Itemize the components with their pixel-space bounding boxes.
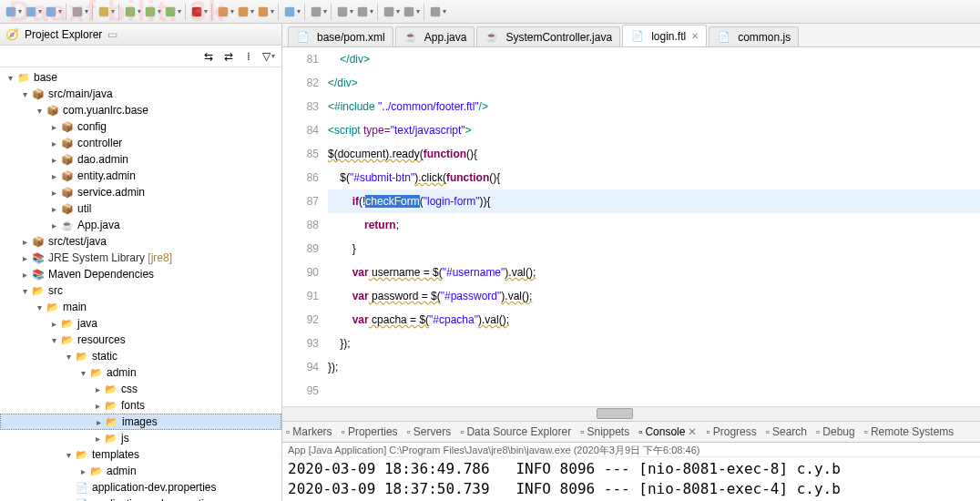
tree-twisty[interactable]: ▾ — [18, 286, 31, 296]
tree-item-admin[interactable]: ▸📂admin — [0, 463, 281, 479]
tree-item-config[interactable]: ▸📦config — [0, 118, 281, 135]
tree-twisty[interactable]: ▸ — [77, 466, 89, 476]
tree-twisty[interactable]: ▾ — [18, 89, 31, 99]
tab-base-pom-xml[interactable]: 📄base/pom.xml — [288, 26, 393, 46]
bottom-tab-console[interactable]: ▫Console ✕ — [638, 425, 697, 438]
line-content[interactable]: </div> — [328, 47, 370, 71]
tree-item-maven-dependencies[interactable]: ▸📚Maven Dependencies — [0, 266, 281, 282]
tree-item-dao-admin[interactable]: ▸📦dao.admin — [0, 151, 281, 168]
code-line-86[interactable]: 86 $("#submit-btn").click(function(){ — [282, 166, 980, 189]
tree-twisty[interactable]: ▾ — [4, 73, 16, 83]
tree-twisty[interactable]: ▸ — [47, 138, 60, 148]
line-content[interactable]: var username = $("#username").val(); — [328, 261, 536, 284]
tree-item-src-main-java[interactable]: ▾📦src/main/java — [0, 86, 281, 102]
console-output[interactable]: 2020-03-09 18:36:49.786 INFO 8096 --- [n… — [282, 457, 980, 501]
debug-button[interactable] — [123, 3, 141, 21]
tree-twisty[interactable]: ▸ — [47, 188, 60, 198]
back-button[interactable] — [335, 3, 353, 21]
tree-twisty[interactable]: ▸ — [47, 204, 60, 214]
newclass-button[interactable] — [236, 3, 254, 21]
code-line-90[interactable]: 90 var username = $("#username").val(); — [282, 261, 980, 284]
code-line-95[interactable]: 95 — [282, 379, 980, 403]
tree-twisty[interactable]: ▾ — [33, 106, 46, 116]
line-content[interactable]: }); — [328, 355, 338, 379]
run-button[interactable] — [143, 3, 161, 21]
tree-item-fonts[interactable]: ▸📂fonts — [0, 397, 281, 414]
tree-item-static[interactable]: ▾📂static — [0, 348, 281, 364]
filter-icon[interactable]: ⁞ — [240, 47, 258, 66]
task-button[interactable] — [309, 3, 327, 21]
tab-common-js[interactable]: 📄common.js — [709, 26, 799, 46]
link-editor-icon[interactable]: ⇄ — [219, 47, 238, 66]
line-content[interactable]: } — [328, 237, 356, 261]
scrollbar-thumb[interactable] — [597, 408, 633, 419]
tree-item-application-prd-properties[interactable]: 📄application-prd.properties — [0, 496, 281, 501]
line-content[interactable]: var password = $("#password").val(); — [328, 284, 532, 308]
tree-twisty[interactable]: ▾ — [62, 352, 75, 362]
tree-item-com-yuanlrc-base[interactable]: ▾📦com.yuanlrc.base — [0, 102, 281, 118]
pin-button[interactable] — [428, 3, 446, 21]
tree-twisty[interactable]: ▸ — [92, 417, 105, 427]
tree-twisty[interactable]: ▸ — [91, 401, 104, 411]
code-line-94[interactable]: 94}); — [282, 355, 980, 379]
tree-twisty[interactable]: ▾ — [62, 450, 75, 460]
tree-twisty[interactable]: ▸ — [47, 319, 60, 329]
bottom-tab-markers[interactable]: ▫Markers — [286, 425, 332, 438]
tree-item-src[interactable]: ▾📂src — [0, 282, 281, 299]
code-line-83[interactable]: 83<#include "../common/footer.ftl"/> — [282, 95, 980, 118]
saveall-button[interactable] — [44, 3, 62, 21]
tree-twisty[interactable]: ▸ — [47, 220, 60, 230]
bottom-tab-debug[interactable]: ▫Debug — [816, 425, 855, 438]
tree-item-java[interactable]: ▸📂java — [0, 315, 281, 332]
close-icon[interactable]: ✕ — [691, 31, 699, 41]
tree-twisty[interactable]: ▸ — [47, 171, 60, 181]
tree-twisty[interactable]: ▸ — [91, 434, 104, 444]
code-line-93[interactable]: 93 }); — [282, 332, 980, 355]
tree-twisty[interactable]: ▸ — [18, 253, 31, 263]
runext-button[interactable] — [163, 3, 181, 21]
bottom-tab-remote-systems[interactable]: ▫Remote Systems — [864, 425, 954, 438]
build-button[interactable] — [97, 3, 115, 21]
tree-twisty[interactable]: ▸ — [47, 122, 60, 132]
bottom-tab-search[interactable]: ▫Search — [766, 425, 807, 438]
tree-item-admin[interactable]: ▾📂admin — [0, 364, 281, 381]
nav-button[interactable] — [382, 3, 400, 21]
bottom-tab-snippets[interactable]: ▫Snippets — [580, 425, 629, 438]
tree-twisty[interactable]: ▾ — [33, 302, 46, 312]
tree-twisty[interactable]: ▸ — [91, 384, 104, 394]
view-menu-icon[interactable]: ▽ — [260, 47, 278, 66]
runlast-button[interactable] — [189, 3, 208, 21]
tab-systemcontroller-java[interactable]: ☕SystemController.java — [476, 26, 620, 46]
line-content[interactable]: $(document).ready(function(){ — [328, 142, 477, 166]
code-line-89[interactable]: 89 } — [282, 237, 980, 261]
line-content[interactable]: <script type="text/javascript"> — [328, 118, 472, 142]
line-content[interactable]: <#include "../common/footer.ftl"/> — [328, 95, 488, 118]
print-button[interactable] — [70, 3, 88, 21]
tree-twisty[interactable]: ▾ — [47, 335, 60, 345]
tree-twisty[interactable]: ▸ — [18, 237, 31, 247]
line-content[interactable]: var cpacha = $("#cpacha").val(); — [328, 308, 509, 332]
tree-item-app-java[interactable]: ▸☕App.java — [0, 217, 281, 233]
collapse-all-icon[interactable]: ⇆ — [199, 47, 218, 66]
tree-item-js[interactable]: ▸📂js — [0, 430, 281, 446]
code-editor[interactable]: 81 </div>82</div>83<#include "../common/… — [282, 47, 980, 406]
minimize-icon[interactable]: ▭ — [107, 28, 117, 41]
bottom-tab-data-source-explorer[interactable]: ▫Data Source Explorer — [460, 425, 571, 438]
code-line-85[interactable]: 85$(document).ready(function(){ — [282, 142, 980, 166]
tree-item-util[interactable]: ▸📦util — [0, 200, 281, 217]
line-content[interactable]: }); — [328, 332, 351, 355]
tree-item-main[interactable]: ▾📂main — [0, 299, 281, 315]
code-line-81[interactable]: 81 </div> — [282, 47, 980, 71]
tree-item-src-test-java[interactable]: ▸📦src/test/java — [0, 233, 281, 250]
nav2-button[interactable] — [402, 3, 420, 21]
code-line-92[interactable]: 92 var cpacha = $("#cpacha").val(); — [282, 308, 980, 332]
tree-twisty[interactable]: ▾ — [77, 368, 89, 378]
tab-login-ftl[interactable]: 📄login.ftl✕ — [622, 25, 707, 46]
tree-item-application-dev-properties[interactable]: 📄application-dev.properties — [0, 479, 281, 496]
close-icon[interactable]: ✕ — [688, 425, 697, 438]
code-line-91[interactable]: 91 var password = $("#password").val(); — [282, 284, 980, 308]
fwd-button[interactable] — [355, 3, 373, 21]
tab-app-java[interactable]: ☕App.java — [395, 26, 475, 46]
code-line-84[interactable]: 84<script type="text/javascript"> — [282, 118, 980, 142]
code-line-87[interactable]: 87 if(!checkForm("login-form")){ — [282, 189, 980, 213]
